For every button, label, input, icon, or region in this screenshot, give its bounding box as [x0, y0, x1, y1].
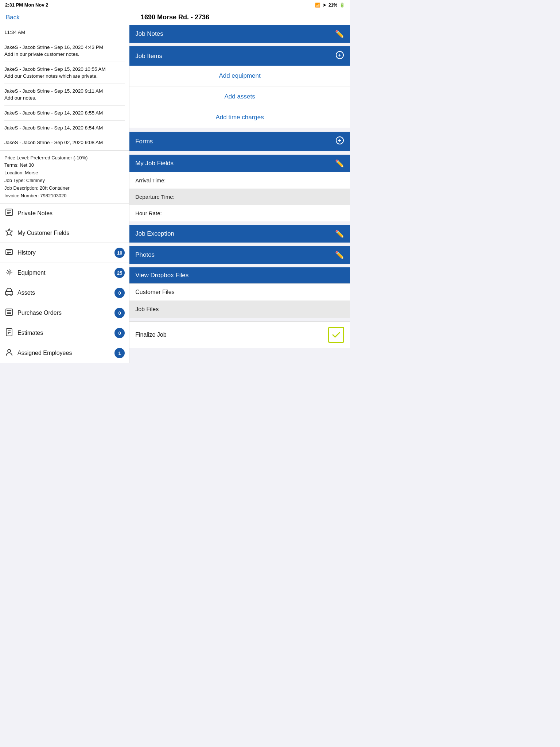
equipment-badge: 25	[114, 268, 125, 278]
svg-point-14	[11, 294, 12, 295]
my-job-fields-header[interactable]: My Job Fields ✏️	[129, 155, 350, 172]
finalize-check-button[interactable]	[328, 327, 344, 343]
customer-files-item[interactable]: Customer Files	[129, 283, 350, 301]
status-bar: 2:31 PM Mon Nov 2 📶 ➤ 21% 🔋	[0, 0, 350, 10]
svg-rect-9	[7, 249, 8, 250]
photos-edit-icon[interactable]: ✏️	[335, 251, 344, 259]
separator	[129, 221, 350, 225]
view-dropbox-files-title: View Dropbox Files	[135, 272, 188, 279]
hour-rate-field: Hour Rate:	[129, 205, 350, 221]
sidebar-item-purchase-orders[interactable]: Purchase Orders 0	[0, 303, 129, 323]
arrival-time-label: Arrival Time:	[135, 177, 166, 183]
separator	[129, 318, 350, 321]
sidebar-item-private-notes[interactable]: Private Notes	[0, 203, 129, 223]
log-entry: JakeS - Jacob Strine - Sep 16, 2020 4:43…	[4, 40, 125, 62]
purchase-orders-badge: 0	[114, 308, 125, 318]
assigned-employees-badge: 1	[114, 348, 125, 358]
customer-files-label: Customer Files	[135, 289, 175, 295]
separator	[129, 243, 350, 246]
separator	[129, 43, 350, 46]
svg-point-11	[8, 271, 10, 273]
log-entry: JakeS - Jacob Strine - Sep 14, 2020 8:54…	[4, 121, 125, 136]
separator	[129, 128, 350, 132]
sidebar-item-estimates[interactable]: Estimates 0	[0, 323, 129, 343]
estimates-label: Estimates	[18, 330, 114, 336]
private-notes-icon	[4, 208, 14, 218]
job-items-title: Job Items	[135, 53, 162, 60]
job-notes-edit-icon[interactable]: ✏️	[335, 30, 344, 38]
estimates-badge: 0	[114, 328, 125, 338]
job-notes-header[interactable]: Job Notes ✏️	[129, 25, 350, 43]
add-equipment-link[interactable]: Add equipment	[129, 66, 350, 86]
log-entry: JakeS - Jacob Strine - Sep 02, 2020 9:08…	[4, 135, 125, 150]
equipment-label: Equipment	[18, 270, 114, 276]
estimates-icon	[4, 328, 14, 338]
history-icon	[4, 248, 14, 258]
view-dropbox-files-header[interactable]: View Dropbox Files	[129, 267, 350, 283]
forms-header[interactable]: Forms	[129, 132, 350, 151]
purchase-orders-label: Purchase Orders	[18, 310, 114, 316]
job-exception-title: Job Exception	[135, 230, 174, 237]
departure-time-label: Departure Time:	[135, 194, 175, 200]
hour-rate-label: Hour Rate:	[135, 210, 162, 216]
assigned-employees-label: Assigned Employees	[18, 350, 114, 356]
departure-time-field: Departure Time:	[129, 189, 350, 205]
log-entry: JakeS - Jacob Strine - Sep 14, 2020 8:55…	[4, 106, 125, 121]
job-files-item[interactable]: Job Files	[129, 301, 350, 318]
assets-icon	[4, 288, 14, 298]
my-job-fields-content: Arrival Time: Departure Time: Hour Rate:	[129, 172, 350, 221]
sidebar-item-customer-fields[interactable]: My Customer Fields	[0, 223, 129, 243]
finalize-job-label: Finalize Job	[135, 332, 166, 338]
battery-icon: 🔋	[339, 3, 345, 8]
assigned-employees-icon	[4, 348, 14, 358]
sidebar-item-equipment[interactable]: Equipment 25	[0, 263, 129, 283]
sidebar-item-assigned-employees[interactable]: Assigned Employees 1	[0, 343, 129, 363]
job-exception-header[interactable]: Job Exception ✏️	[129, 225, 350, 243]
status-time: 2:31 PM Mon Nov 2	[5, 2, 48, 8]
svg-point-24	[8, 349, 11, 352]
photos-title: Photos	[135, 251, 155, 259]
assets-badge: 0	[114, 288, 125, 298]
back-button[interactable]: Back	[6, 14, 20, 21]
sidebar-item-history[interactable]: History 10	[0, 243, 129, 263]
log-entry: 11:34 AM	[4, 25, 125, 40]
customer-fields-icon	[4, 228, 14, 238]
my-job-fields-title: My Job Fields	[135, 160, 174, 167]
sidebar-item-assets[interactable]: Assets 0	[0, 283, 129, 303]
left-panel: 11:34 AM JakeS - Jacob Strine - Sep 16, …	[0, 25, 129, 363]
job-items-header[interactable]: Job Items	[129, 46, 350, 66]
arrival-time-field: Arrival Time:	[129, 172, 350, 189]
separator	[129, 264, 350, 267]
page-title: 1690 Morse Rd. - 2736	[141, 13, 209, 21]
job-items-add-icon[interactable]	[335, 51, 344, 61]
job-exception-edit-icon[interactable]: ✏️	[335, 229, 344, 238]
separator	[129, 151, 350, 155]
status-icons: 📶 ➤ 21% 🔋	[315, 3, 345, 8]
assets-label: Assets	[18, 290, 114, 296]
location-icon: ➤	[323, 3, 326, 8]
forms-add-icon[interactable]	[335, 136, 344, 147]
history-log: 11:34 AM JakeS - Jacob Strine - Sep 16, …	[0, 25, 129, 150]
job-notes-title: Job Notes	[135, 30, 163, 38]
main-layout: 11:34 AM JakeS - Jacob Strine - Sep 16, …	[0, 25, 350, 363]
log-entry: JakeS - Jacob Strine - Sep 15, 2020 10:5…	[4, 62, 125, 84]
log-entry: JakeS - Jacob Strine - Sep 15, 2020 9:11…	[4, 84, 125, 106]
finalize-job-row[interactable]: Finalize Job	[129, 321, 350, 348]
forms-title: Forms	[135, 138, 153, 145]
svg-rect-10	[10, 249, 11, 250]
svg-rect-5	[6, 249, 12, 255]
photos-header[interactable]: Photos ✏️	[129, 246, 350, 264]
add-time-charges-link[interactable]: Add time charges	[129, 107, 350, 128]
equipment-icon	[4, 268, 14, 278]
private-notes-label: Private Notes	[18, 210, 125, 217]
battery-level: 21%	[328, 3, 337, 8]
job-items-content: Add equipment Add assets Add time charge…	[129, 66, 350, 128]
purchase-orders-icon	[4, 308, 14, 318]
my-job-fields-edit-icon[interactable]: ✏️	[335, 159, 344, 168]
job-files-label: Job Files	[135, 306, 159, 312]
history-label: History	[18, 249, 114, 256]
add-assets-link[interactable]: Add assets	[129, 86, 350, 107]
right-panel: Job Notes ✏️ Job Items Add equipment Add…	[129, 25, 350, 363]
svg-marker-4	[6, 229, 12, 235]
history-badge: 10	[114, 248, 125, 258]
